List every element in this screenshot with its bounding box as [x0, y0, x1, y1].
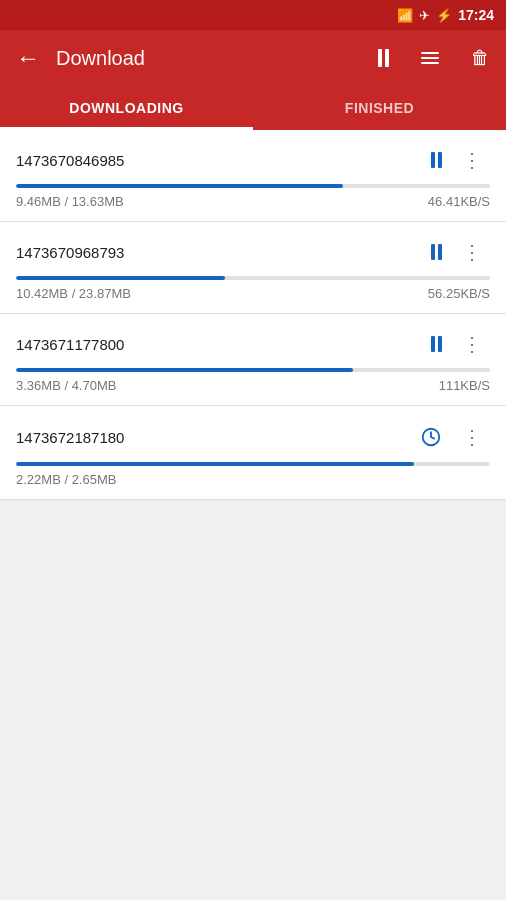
- item-4-progress-fill: [16, 462, 414, 466]
- status-time: 17:24: [458, 7, 494, 23]
- item-4-footer: 2.22MB / 2.65MB: [16, 472, 490, 487]
- back-button[interactable]: ←: [4, 36, 52, 80]
- item-1-progress-fill: [16, 184, 343, 188]
- item-3-speed: 111KB/S: [439, 378, 490, 393]
- status-bar: 📶 ✈ ⚡ 17:24: [0, 0, 506, 30]
- pause-bar-right: [438, 152, 442, 168]
- toolbar-actions: 🗑: [370, 36, 498, 80]
- item-1-progress-container: [16, 184, 490, 188]
- item-1-pause-button[interactable]: [423, 146, 450, 174]
- tabs-bar: DOWNLOADING FINISHED: [0, 86, 506, 130]
- pause-bar-right: [438, 244, 442, 260]
- back-icon: ←: [16, 44, 40, 72]
- trash-icon: 🗑: [471, 47, 490, 69]
- item-2-more-button[interactable]: ⋮: [454, 236, 490, 268]
- download-list: 1473670846985 ⋮ 9.46MB / 13.63MB 46.41KB…: [0, 130, 506, 500]
- tab-finished-label: FINISHED: [345, 100, 414, 116]
- item-4-progress-container: [16, 462, 490, 466]
- item-3-controls: ⋮: [423, 328, 490, 360]
- airplane-icon: ✈: [419, 8, 430, 23]
- toolbar-title: Download: [52, 47, 370, 70]
- item-2-header: 1473670968793 ⋮: [16, 236, 490, 268]
- pause-bar-left: [431, 244, 435, 260]
- item-2-pause-button[interactable]: [423, 238, 450, 266]
- item-1-footer: 9.46MB / 13.63MB 46.41KB/S: [16, 194, 490, 209]
- download-item-2: 1473670968793 ⋮ 10.42MB / 23.87MB 56.25K…: [0, 222, 506, 314]
- item-2-controls: ⋮: [423, 236, 490, 268]
- pause-all-button[interactable]: [370, 41, 397, 75]
- item-2-progress-fill: [16, 276, 225, 280]
- download-item-1: 1473670846985 ⋮ 9.46MB / 13.63MB 46.41KB…: [0, 130, 506, 222]
- item-3-pause-button[interactable]: [423, 330, 450, 358]
- pause-bar-left: [431, 336, 435, 352]
- item-3-more-button[interactable]: ⋮: [454, 328, 490, 360]
- item-2-footer: 10.42MB / 23.87MB 56.25KB/S: [16, 286, 490, 301]
- item-4-controls: ⋮: [412, 420, 490, 454]
- item-4-name: 1473672187180: [16, 429, 124, 446]
- item-4-header: 1473672187180 ⋮: [16, 420, 490, 454]
- item-4-more-button[interactable]: ⋮: [454, 421, 490, 453]
- item-4-size: 2.22MB / 2.65MB: [16, 472, 116, 487]
- more-icon: ⋮: [462, 427, 482, 447]
- item-3-progress-container: [16, 368, 490, 372]
- tab-finished[interactable]: FINISHED: [253, 86, 506, 130]
- tab-downloading[interactable]: DOWNLOADING: [0, 86, 253, 130]
- empty-area: [0, 500, 506, 700]
- download-item-3: 1473671177800 ⋮ 3.36MB / 4.70MB 111KB/S: [0, 314, 506, 406]
- item-2-size: 10.42MB / 23.87MB: [16, 286, 131, 301]
- item-3-header: 1473671177800 ⋮: [16, 328, 490, 360]
- wifi-icon: 📶: [397, 8, 413, 23]
- more-icon: ⋮: [462, 242, 482, 262]
- pause-all-icon: [378, 49, 389, 67]
- more-icon: ⋮: [462, 334, 482, 354]
- battery-icon: ⚡: [436, 8, 452, 23]
- item-3-size: 3.36MB / 4.70MB: [16, 378, 116, 393]
- toolbar: ← Download 🗑: [0, 30, 506, 86]
- filter-button[interactable]: [405, 36, 455, 80]
- more-icon: ⋮: [462, 150, 482, 170]
- status-icons: 📶 ✈ ⚡ 17:24: [397, 7, 494, 23]
- pause-bar-right: [438, 336, 442, 352]
- item-2-progress-container: [16, 276, 490, 280]
- item-3-name: 1473671177800: [16, 336, 124, 353]
- item-4-queue-button[interactable]: [412, 420, 450, 454]
- item-1-speed: 46.41KB/S: [428, 194, 490, 209]
- tab-downloading-label: DOWNLOADING: [69, 100, 183, 116]
- filter-icon: [413, 44, 447, 72]
- clock-icon: [420, 426, 442, 448]
- item-1-more-button[interactable]: ⋮: [454, 144, 490, 176]
- item-2-speed: 56.25KB/S: [428, 286, 490, 301]
- item-3-footer: 3.36MB / 4.70MB 111KB/S: [16, 378, 490, 393]
- delete-all-button[interactable]: 🗑: [463, 39, 498, 77]
- item-1-controls: ⋮: [423, 144, 490, 176]
- item-1-name: 1473670846985: [16, 152, 124, 169]
- item-1-header: 1473670846985 ⋮: [16, 144, 490, 176]
- download-item-4: 1473672187180 ⋮ 2.22MB / 2.65MB: [0, 406, 506, 500]
- item-3-progress-fill: [16, 368, 353, 372]
- item-2-name: 1473670968793: [16, 244, 124, 261]
- pause-bar-left: [431, 152, 435, 168]
- item-1-size: 9.46MB / 13.63MB: [16, 194, 124, 209]
